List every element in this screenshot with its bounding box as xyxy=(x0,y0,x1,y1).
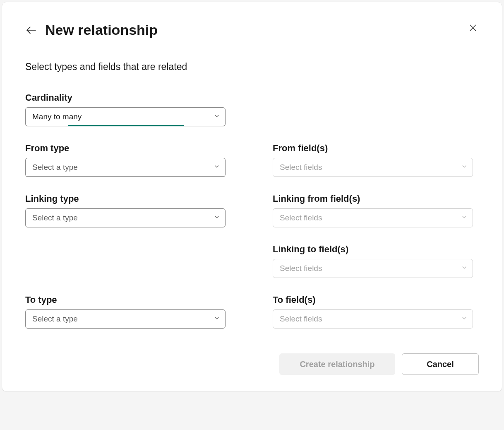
linking-from-fields-select[interactable]: Select fields xyxy=(273,208,473,227)
close-icon xyxy=(469,24,477,32)
from-type-field: From type Select a type xyxy=(25,143,231,177)
chevron-down-icon xyxy=(214,112,220,121)
cardinality-label: Cardinality xyxy=(25,92,231,103)
cancel-button[interactable]: Cancel xyxy=(402,353,479,375)
from-fields-select[interactable]: Select fields xyxy=(273,158,473,177)
panel-subtitle: Select types and fields that are related xyxy=(25,61,479,72)
linking-from-fields-label: Linking from field(s) xyxy=(273,193,479,204)
panel-header: New relationship xyxy=(25,22,479,38)
panel-footer: Create relationship Cancel xyxy=(25,353,479,375)
to-type-field: To type Select a type xyxy=(25,295,231,329)
new-relationship-panel: New relationship Select types and fields… xyxy=(2,2,502,392)
arrow-left-icon xyxy=(26,25,36,36)
close-button[interactable] xyxy=(467,22,479,34)
linking-to-fields-field: Linking to field(s) Select fields xyxy=(273,244,479,278)
from-type-placeholder: Select a type xyxy=(32,163,209,172)
chevron-down-icon xyxy=(461,163,468,172)
linking-type-label: Linking type xyxy=(25,193,231,204)
to-fields-field: To field(s) Select fields xyxy=(273,295,479,329)
chevron-down-icon xyxy=(214,314,220,324)
linking-type-select[interactable]: Select a type xyxy=(25,208,226,227)
from-type-select[interactable]: Select a type xyxy=(25,158,226,177)
chevron-down-icon xyxy=(461,264,468,273)
spacer xyxy=(25,244,231,278)
linking-from-fields-field: Linking from field(s) Select fields xyxy=(273,193,479,227)
to-type-label: To type xyxy=(25,295,231,305)
chevron-down-icon xyxy=(461,213,468,222)
page-title: New relationship xyxy=(45,22,158,38)
chevron-down-icon xyxy=(214,163,220,172)
from-fields-placeholder: Select fields xyxy=(280,163,456,172)
from-fields-field: From field(s) Select fields xyxy=(273,143,479,177)
cardinality-field: Cardinality Many to many xyxy=(25,92,231,126)
linking-to-fields-select[interactable]: Select fields xyxy=(273,259,473,278)
from-type-label: From type xyxy=(25,143,231,154)
cardinality-select[interactable]: Many to many xyxy=(25,107,226,126)
chevron-down-icon xyxy=(461,314,468,324)
to-type-placeholder: Select a type xyxy=(32,314,209,324)
to-fields-placeholder: Select fields xyxy=(280,314,456,324)
chevron-down-icon xyxy=(214,213,220,222)
linking-type-placeholder: Select a type xyxy=(32,213,209,222)
form-grid: Cardinality Many to many From type Selec… xyxy=(25,92,479,345)
to-fields-select[interactable]: Select fields xyxy=(273,309,473,329)
create-relationship-button[interactable]: Create relationship xyxy=(279,353,395,375)
to-fields-label: To field(s) xyxy=(273,295,479,305)
linking-type-field: Linking type Select a type xyxy=(25,193,231,227)
linking-to-fields-placeholder: Select fields xyxy=(280,264,456,273)
from-fields-label: From field(s) xyxy=(273,143,479,154)
back-button[interactable] xyxy=(25,24,37,36)
to-type-select[interactable]: Select a type xyxy=(25,309,226,329)
linking-to-fields-label: Linking to field(s) xyxy=(273,244,479,255)
linking-from-fields-placeholder: Select fields xyxy=(280,213,456,222)
cardinality-value: Many to many xyxy=(32,112,209,121)
spacer xyxy=(273,92,479,126)
